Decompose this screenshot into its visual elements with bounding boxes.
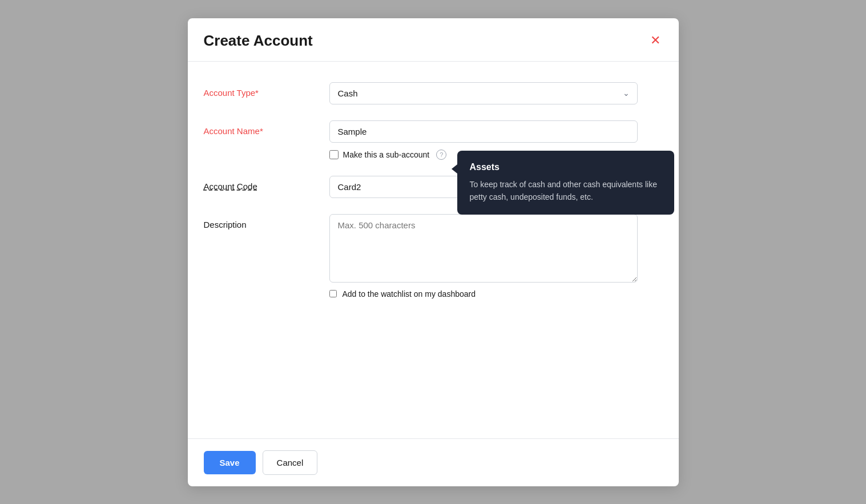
description-label: Description [204, 214, 329, 229]
account-type-control: Cash Bank Credit Card Other Current Asse… [329, 82, 663, 104]
sub-account-checkbox[interactable] [329, 150, 339, 159]
save-button[interactable]: Save [204, 451, 256, 474]
tooltip-title: Assets [470, 162, 662, 172]
account-type-select-wrapper: Cash Bank Credit Card Other Current Asse… [329, 82, 638, 104]
modal-title: Create Account [204, 32, 313, 50]
tooltip-popup: Assets To keep track of cash and other c… [457, 151, 674, 215]
description-textarea[interactable] [329, 214, 638, 283]
create-account-modal: Create Account ✕ Account Type* Cash Bank… [188, 18, 679, 486]
close-icon: ✕ [650, 33, 660, 47]
help-icon[interactable]: ? [436, 150, 446, 160]
account-code-label: Account Code [204, 176, 329, 191]
close-button[interactable]: ✕ [648, 32, 663, 49]
description-control: Add to the watchlist on my dashboard [329, 214, 663, 299]
description-row: Description Add to the watchlist on my d… [204, 214, 663, 299]
account-type-select[interactable]: Cash Bank Credit Card Other Current Asse… [329, 82, 638, 104]
tooltip-text: To keep track of cash and other cash equ… [470, 178, 662, 204]
watchlist-checkbox[interactable] [329, 290, 337, 297]
watchlist-label: Add to the watchlist on my dashboard [343, 289, 476, 299]
sub-account-label: Make this a sub-account [343, 150, 430, 159]
modal-header: Create Account ✕ [188, 18, 679, 62]
modal-overlay: Create Account ✕ Account Type* Cash Bank… [0, 0, 866, 504]
modal-body: Account Type* Cash Bank Credit Card Othe… [188, 62, 679, 438]
cancel-button[interactable]: Cancel [263, 450, 318, 475]
account-name-label: Account Name* [204, 120, 329, 136]
modal-footer: Save Cancel [188, 438, 679, 486]
account-type-row: Account Type* Cash Bank Credit Card Othe… [204, 82, 663, 104]
account-type-label: Account Type* [204, 82, 329, 98]
watchlist-row: Add to the watchlist on my dashboard [329, 289, 663, 299]
account-name-input[interactable] [329, 120, 638, 143]
